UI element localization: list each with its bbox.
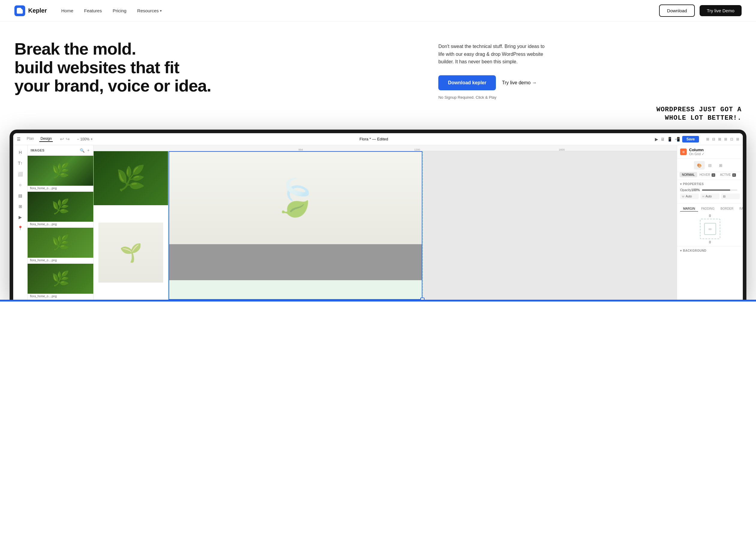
image-label: flora_home_o....png xyxy=(28,258,93,264)
canvas-empty xyxy=(423,151,677,300)
nav-link-resources[interactable]: Resources ▾ xyxy=(137,8,162,13)
desktop-icon[interactable]: 🖥 xyxy=(661,137,665,142)
editor-file-title: Flora * — Edited xyxy=(97,137,650,141)
image-label: flora_home_o....png xyxy=(28,294,93,300)
list-item: flora_home_o....png xyxy=(28,156,93,192)
margin-top-value: 0 xyxy=(709,214,711,217)
nav-right: Download Try live Demo xyxy=(659,5,742,17)
margin-box-wrapper: 0 ∞ 0 xyxy=(680,214,740,244)
element-type-label: Column xyxy=(689,148,704,152)
hero-right: Don't sweat the technical stuff. Bring y… xyxy=(438,40,742,123)
richtext-tool-icon[interactable]: T↑ xyxy=(16,158,25,168)
background-title: BACKGROUND xyxy=(680,249,740,252)
properties-title: PROPERTIES xyxy=(680,183,740,186)
opacity-slider[interactable] xyxy=(702,190,737,191)
canvas-image-leaves[interactable] xyxy=(94,151,168,205)
zoom-value: 100% xyxy=(80,137,89,141)
text-tool-icon[interactable]: H xyxy=(16,148,25,157)
nav-left: Kepler Home Features Pricing Resources ▾ xyxy=(14,5,162,16)
spacing-icon[interactable]: ⊠ xyxy=(718,137,721,141)
overflow-box[interactable]: ⊟ xyxy=(721,194,740,199)
nav-link-home[interactable]: Home xyxy=(61,8,73,13)
redo-icon[interactable]: ↪ xyxy=(66,136,69,142)
size-row: W Auto H Auto ⊟ xyxy=(680,194,740,199)
play-icon[interactable]: ▶ xyxy=(655,137,658,142)
resize-handle[interactable] xyxy=(420,298,425,300)
canvas-image-gray[interactable] xyxy=(169,244,423,280)
hero-description: Don't sweat the technical stuff. Bring y… xyxy=(438,43,546,66)
download-tool-icon[interactable]: ⊞ xyxy=(736,137,739,141)
download-kepler-button[interactable]: Download kepler xyxy=(438,75,496,90)
radius-tab[interactable]: RADIUS xyxy=(736,206,743,211)
editor-right-tools: ⊞ ⊟ ⊠ ⊞ ⊡ ⊞ xyxy=(706,137,739,141)
media-tool-icon[interactable]: ▤ xyxy=(16,191,25,201)
map-tool-icon[interactable]: 📍 xyxy=(16,223,25,233)
right-panel-header: ⊞ Column On Grid ✓ xyxy=(677,145,743,159)
height-box[interactable]: H Auto xyxy=(700,194,719,199)
list-item: flora_home_o....png xyxy=(28,192,93,228)
image-thumbnail[interactable] xyxy=(28,228,93,258)
image-thumbnail[interactable] xyxy=(28,156,93,186)
tab-layers[interactable]: ⊞ xyxy=(715,161,726,170)
save-button[interactable]: Save xyxy=(682,136,699,143)
download-button[interactable]: Download xyxy=(659,5,695,17)
tablet-icon[interactable]: 📱 xyxy=(667,137,672,142)
mobile-icon[interactable]: 📲 xyxy=(675,137,680,142)
nav-link-pricing[interactable]: Pricing xyxy=(112,8,126,13)
margin-tab[interactable]: MARGIN xyxy=(680,206,698,211)
margin-inner: ∞ xyxy=(704,223,716,235)
video-tool-icon[interactable]: ▶ xyxy=(16,212,25,222)
tab-design[interactable]: Design xyxy=(39,137,53,142)
editor-inner: ☰ Plan Design ↩ ↪ − 100% + Flora * — Edi… xyxy=(13,133,743,300)
hero-headline: Break the mold. build websites that fit … xyxy=(14,40,414,95)
state-hover[interactable]: HOVER H xyxy=(697,172,717,177)
image-tool-icon[interactable]: ⬜ xyxy=(16,169,25,179)
editor-topbar: ☰ Plan Design ↩ ↪ − 100% + Flora * — Edi… xyxy=(13,133,743,145)
ruler-mark: 994 xyxy=(299,148,303,151)
border-tab[interactable]: BORDER xyxy=(717,206,736,211)
align-icon[interactable]: ⊟ xyxy=(712,137,715,141)
search-images-button[interactable]: 🔍 xyxy=(80,148,84,153)
canvas-image-hand[interactable] xyxy=(98,222,163,283)
live-demo-link[interactable]: Try live demo → xyxy=(502,80,537,85)
editor-mockup: ☰ Plan Design ↩ ↪ − 100% + Flora * — Edi… xyxy=(10,130,746,300)
opacity-label: Opacity xyxy=(680,188,691,192)
state-normal[interactable]: NORMAL xyxy=(680,172,697,177)
image-thumbnail[interactable] xyxy=(28,192,93,222)
image-thumbnail[interactable] xyxy=(28,264,93,294)
zoom-plus[interactable]: + xyxy=(91,137,93,141)
element-type-icon: ⊞ xyxy=(680,149,687,155)
tab-style[interactable]: 🎨 xyxy=(694,161,705,170)
grid-tool-icon[interactable]: ⊞ xyxy=(16,202,25,211)
logo[interactable]: Kepler xyxy=(14,5,47,16)
zoom-minus[interactable]: − xyxy=(77,137,79,141)
margin-bottom-value: 0 xyxy=(709,240,711,244)
shapes-tool-icon[interactable]: ○ xyxy=(16,180,25,190)
add-image-button[interactable]: ＋ xyxy=(86,148,90,153)
try-demo-button[interactable]: Try live Demo xyxy=(699,5,742,16)
nav-link-features[interactable]: Features xyxy=(84,8,102,13)
right-panel-tabs: 🎨 ⊟ ⊞ xyxy=(677,159,743,172)
ruler-mark: 1600 xyxy=(559,148,565,151)
width-box[interactable]: W Auto xyxy=(680,194,699,199)
ruler-mark: 1200 xyxy=(414,148,420,151)
canvas-image-monstera[interactable] xyxy=(169,151,423,244)
infinity-symbol: ∞ xyxy=(708,226,711,231)
canvas-area[interactable]: 994 1200 1600 xyxy=(94,145,677,300)
grid-icon[interactable]: ⊞ xyxy=(724,137,727,141)
tab-plan[interactable]: Plan xyxy=(26,137,35,142)
nav-links: Home Features Pricing Resources ▾ xyxy=(61,8,162,13)
tab-layout[interactable]: ⊟ xyxy=(705,161,715,170)
undo-icon[interactable]: ↩ xyxy=(60,136,64,142)
layout-icon[interactable]: ⊞ xyxy=(706,137,709,141)
image-list: flora_home_o....png flora_home_o....png … xyxy=(28,156,93,300)
padding-tab[interactable]: PADDING xyxy=(698,206,717,211)
hamburger-icon[interactable]: ☰ xyxy=(17,137,21,142)
history-controls: ↩ ↪ xyxy=(60,136,69,142)
editor-topbar-actions: ▶ 🖥 📱 📲 Save xyxy=(655,136,699,143)
list-item: flora_home_o....png xyxy=(28,228,93,264)
state-active[interactable]: ACTIVE H xyxy=(717,172,738,177)
upload-icon[interactable]: ⊡ xyxy=(730,137,733,141)
state-tabs: NORMAL HOVER H ACTIVE H xyxy=(677,172,743,180)
navbar: Kepler Home Features Pricing Resources ▾… xyxy=(0,0,756,22)
